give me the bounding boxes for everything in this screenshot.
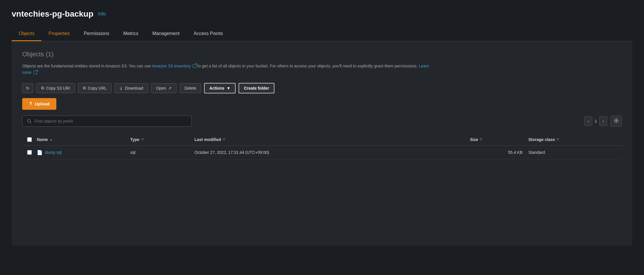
svg-line-1 [30,122,31,123]
objects-table: Name ▲ Type ▽ Last modified ▽ Size ▽ Sto… [22,134,622,160]
copy-url-button[interactable]: ⧉ Copy URL [78,83,112,93]
download-button[interactable]: ⤓ Download [114,83,148,93]
table-row: 📄 dump.sql sql October 27, 2022, 17:31:4… [22,146,622,160]
search-box[interactable] [22,116,192,127]
download-icon: ⤓ [119,86,123,90]
upload-icon: ⤒ [29,101,33,107]
open-ext-icon: ↗ [168,86,172,90]
prev-page-button[interactable]: ‹ [584,116,592,126]
last-modified-value: October 27, 2022, 17:31:44 (UTC+09:00) [194,150,470,155]
tab-properties[interactable]: Properties [41,27,77,41]
tabs-nav: Objects Properties Permissions Metrics M… [12,27,632,41]
col-header-type[interactable]: Type ▽ [130,137,194,142]
delete-button[interactable]: Delete [180,83,201,93]
create-folder-button[interactable]: Create folder [239,83,274,93]
search-row: ‹ 1 › [22,116,622,127]
tab-metrics[interactable]: Metrics [116,27,145,41]
main-content: Objects (1) Objects are the fundamental … [12,41,632,246]
storage-class-value: Standard [528,150,610,155]
page-nav: ‹ 1 › [584,116,607,126]
upload-button[interactable]: ⤒ Upload [22,98,56,110]
type-sort-icon: ▽ [141,138,144,141]
file-name-link[interactable]: 📄 dump.sql [37,150,130,155]
learn-more-ext-icon [34,71,37,74]
copy-url-icon: ⧉ [83,86,86,90]
next-page-button[interactable]: › [599,116,607,126]
tab-permissions[interactable]: Permissions [77,27,116,41]
actions-chevron-icon: ▼ [227,86,231,90]
bucket-title: vntechies-pg-backup [12,9,93,19]
storage-class-sort-icon: ▽ [557,138,559,141]
svg-point-2 [616,120,617,121]
info-link[interactable]: Info [98,11,106,17]
copy-s3-uri-button[interactable]: ⧉ Copy S3 URI [36,83,75,93]
file-type: sql [130,150,194,155]
last-modified-sort-icon: ▽ [223,138,225,141]
size-sort-icon: ▽ [480,138,482,141]
row-checkbox[interactable] [27,150,32,155]
col-header-storage-class[interactable]: Storage class ▽ [528,137,610,142]
size-value: 55.4 KB [470,150,528,155]
file-doc-icon: 📄 [37,150,43,155]
table-header: Name ▲ Type ▽ Last modified ▽ Size ▽ Sto… [22,134,622,146]
tab-access-points[interactable]: Access Points [187,27,230,41]
col-header-size[interactable]: Size ▽ [470,137,528,142]
pagination-controls: ‹ 1 › [584,116,622,127]
copy-s3-uri-icon: ⧉ [41,86,44,90]
open-button[interactable]: Open ↗ [151,83,177,93]
col-header-last-modified[interactable]: Last modified ▽ [194,137,470,142]
section-description: Objects are the fundamental entities sto… [22,63,431,76]
actions-button[interactable]: Actions ▼ [204,83,236,93]
search-input[interactable] [34,119,187,123]
s3-inventory-link[interactable]: Amazon S3 inventory [152,64,191,68]
name-sort-asc-icon: ▲ [50,138,53,141]
gear-icon [614,118,619,123]
col-header-name[interactable]: Name ▲ [37,137,130,142]
page-number: 1 [595,119,597,123]
refresh-icon: ↻ [26,86,29,90]
search-icon [27,119,32,123]
tab-management[interactable]: Management [145,27,187,41]
section-title: Objects (1) [22,51,622,58]
table-settings-button[interactable] [611,116,622,127]
tab-objects[interactable]: Objects [12,27,41,41]
s3-inventory-ext-icon [193,64,196,68]
select-all-checkbox[interactable] [27,137,32,142]
toolbar: ↻ ⧉ Copy S3 URI ⧉ Copy URL ⤓ Download Op… [22,83,622,93]
upload-row: ⤒ Upload [22,98,622,110]
refresh-button[interactable]: ↻ [22,83,33,93]
